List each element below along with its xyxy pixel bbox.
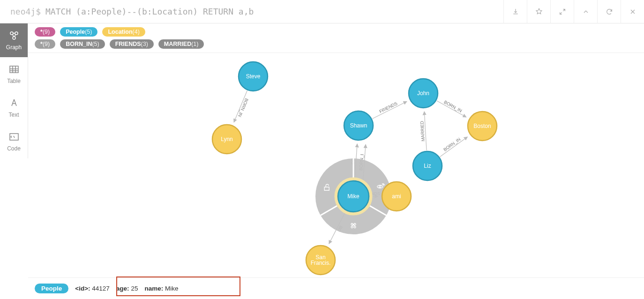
- tab-table[interactable]: Table: [0, 57, 28, 91]
- query-input[interactable]: MATCH (a:People)--(b:Location) RETURN a,…: [45, 7, 503, 16]
- node-steve[interactable]: Steve: [239, 62, 268, 91]
- svg-point-2: [13, 37, 15, 39]
- edge-label: BORN_IN: [443, 99, 463, 113]
- pill-all-nodes[interactable]: *(9): [35, 27, 55, 37]
- svg-point-17: [306, 246, 335, 275]
- node-boston[interactable]: Boston: [468, 112, 497, 141]
- view-tabs: Graph Table Text Code: [0, 23, 28, 158]
- edge-label: BORN_IN: [237, 97, 249, 118]
- details-name-val: Mike: [165, 285, 179, 292]
- edge-label: BORN_IN: [442, 136, 462, 152]
- rel-type-row: *(9) BORN_IN(5) FRIENDS(3) MARRIED(1): [28, 37, 644, 53]
- tab-graph[interactable]: Graph: [0, 23, 28, 57]
- pill-married-label: MARRIED: [164, 41, 191, 47]
- details-type-pill[interactable]: People: [35, 284, 68, 293]
- pill-married-count: (1): [191, 41, 198, 47]
- tab-text-label: Text: [8, 112, 19, 118]
- svg-point-14: [413, 151, 442, 180]
- node-label-row: *(9) People(5) Location(4): [28, 23, 644, 37]
- svg-rect-3: [10, 66, 18, 73]
- details-name: name: Mike: [144, 285, 178, 292]
- pill-people-label: People: [66, 29, 85, 35]
- pill-people-count: (5): [85, 29, 92, 35]
- svg-point-13: [468, 112, 497, 141]
- graph-icon: [8, 30, 20, 41]
- edge-label: MARRIED: [419, 121, 426, 142]
- pin-button[interactable]: [527, 0, 550, 23]
- node-john[interactable]: John: [409, 79, 438, 108]
- node-shawn[interactable]: Shawn: [344, 111, 373, 140]
- tab-code-label: Code: [7, 145, 21, 152]
- details-age-val: 25: [131, 285, 138, 292]
- pill-married[interactable]: MARRIED(1): [158, 39, 204, 49]
- query-actions: [503, 0, 644, 23]
- svg-point-10: [212, 125, 241, 154]
- pill-all-rels[interactable]: *(9): [35, 39, 55, 49]
- svg-point-16: [338, 181, 369, 212]
- tab-table-label: Table: [7, 78, 21, 84]
- pill-location-label: Location: [108, 29, 132, 35]
- node-sf[interactable]: SanFrancis.: [306, 246, 335, 275]
- rerun-button[interactable]: [597, 0, 621, 23]
- tab-graph-label: Graph: [6, 44, 22, 51]
- pill-friends-count: (3): [141, 41, 148, 47]
- svg-point-12: [344, 111, 373, 140]
- code-icon: [8, 131, 20, 142]
- pill-location[interactable]: Location(4): [102, 27, 145, 37]
- node-miami[interactable]: ami: [382, 182, 411, 211]
- collapse-up-button[interactable]: [574, 0, 597, 23]
- prompt: neo4j$: [10, 7, 41, 16]
- pill-location-count: (4): [133, 29, 140, 35]
- expand-button[interactable]: [550, 0, 574, 23]
- main-area: *(9) People(5) Location(4) *(9) BORN_IN(…: [28, 23, 644, 299]
- details-id: <id>: 44127: [75, 285, 110, 292]
- pill-people[interactable]: People(5): [60, 27, 97, 37]
- pill-friends[interactable]: FRIENDS(3): [110, 39, 154, 49]
- pill-all-rels-count: (9): [43, 41, 50, 47]
- svg-point-9: [239, 62, 268, 91]
- text-icon: [8, 97, 20, 109]
- node-liz[interactable]: Liz: [413, 151, 442, 180]
- pill-bornin[interactable]: BORN_IN(5): [60, 39, 105, 49]
- query-bar: neo4j$ MATCH (a:People)--(b:Location) RE…: [0, 0, 644, 23]
- svg-point-11: [409, 79, 438, 108]
- details-id-key: <id>:: [75, 285, 90, 292]
- pill-bornin-count: (5): [92, 41, 99, 47]
- pill-bornin-label: BORN_IN: [66, 41, 92, 47]
- node-mike[interactable]: Mike: [338, 181, 369, 212]
- details-id-val: 44127: [92, 285, 110, 292]
- close-button[interactable]: [621, 0, 644, 23]
- pill-friends-label: FRIENDS: [115, 41, 141, 47]
- details-age: age: 25: [116, 285, 138, 292]
- details-age-key: age:: [116, 285, 129, 292]
- tab-code[interactable]: Code: [0, 125, 28, 158]
- node-lynn[interactable]: Lynn: [212, 125, 241, 154]
- graph-canvas[interactable]: BORN_INFRIENDSBORN_INMARRIEDBORN_INSCBOR…: [28, 61, 644, 277]
- tab-text[interactable]: Text: [0, 91, 28, 125]
- details-bar: People <id>: 44127 age: 25 name: Mike: [28, 277, 644, 299]
- table-icon: [8, 64, 20, 75]
- download-button[interactable]: [503, 0, 527, 23]
- details-name-key: name:: [144, 285, 163, 292]
- svg-point-15: [382, 182, 411, 211]
- pill-all-nodes-count: (9): [43, 29, 50, 35]
